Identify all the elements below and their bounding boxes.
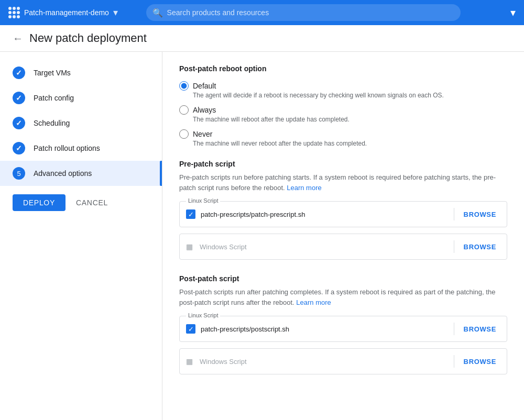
search-bar[interactable]: 🔍 Search products and resources	[146, 4, 461, 21]
sidebar-item-patch-rollout[interactable]: Patch rollout options	[0, 136, 162, 161]
post-patch-desc-text: Post-patch scripts run after patching co…	[179, 288, 495, 306]
main-layout: Target VMs Patch config Scheduling Patch…	[0, 52, 524, 420]
post-patch-windows-divider	[454, 355, 454, 368]
pre-patch-learn-more-link[interactable]: Learn more	[287, 184, 321, 192]
reboot-default-radio[interactable]	[179, 81, 189, 91]
pre-patch-linux-label: Linux Script	[186, 197, 220, 204]
deploy-button[interactable]: DEPLOY	[13, 194, 66, 211]
page-title: New patch deployment	[29, 31, 147, 45]
pre-patch-script-section: Pre-patch script Pre-patch scripts run b…	[179, 160, 507, 260]
sidebar-item-scheduling[interactable]: Scheduling	[0, 110, 162, 136]
pre-patch-title: Pre-patch script	[179, 160, 507, 168]
reboot-option-always: Always The machine will reboot after the…	[179, 105, 507, 123]
post-patch-linux-path: patch-prescripts/postscript.sh	[201, 325, 449, 333]
sidebar-item-patch-config[interactable]: Patch config	[0, 85, 162, 110]
sidebar-label-target-vms: Target VMs	[34, 69, 71, 77]
post-patch-windows-browse-button[interactable]: BROWSE	[460, 356, 500, 368]
pre-patch-linux-field: Linux Script ✓ patch-prescripts/patch-pr…	[179, 201, 507, 227]
reboot-never-label: Never	[193, 130, 212, 138]
reboot-default-label: Default	[193, 82, 216, 90]
reboot-radio-group: Default The agent will decide if a reboo…	[179, 81, 507, 147]
pre-patch-windows-divider	[454, 240, 454, 253]
app-logo[interactable]: Patch-management-demo ▾	[8, 7, 118, 18]
page-header: ← New patch deployment	[0, 25, 524, 52]
sidebar-label-patch-config: Patch config	[34, 94, 74, 102]
post-patch-linux-field: Linux Script ✓ patch-prescripts/postscri…	[179, 316, 507, 342]
reboot-always-desc: The machine will reboot after the update…	[193, 116, 507, 123]
post-patch-linux-divider	[454, 323, 454, 335]
post-patch-windows-icon: ▦	[186, 357, 194, 366]
post-patch-linux-checkbox-icon[interactable]: ✓	[186, 324, 195, 334]
pre-patch-windows-browse-button[interactable]: BROWSE	[460, 241, 500, 253]
post-patch-linux-label: Linux Script	[186, 312, 220, 318]
pre-patch-linux-path: patch-prescripts/patch-prescript.sh	[201, 211, 449, 218]
reboot-option-never: Never The machine will never reboot afte…	[179, 129, 507, 147]
sidebar-label-patch-rollout: Patch rollout options	[34, 144, 100, 152]
step-check-icon-3	[13, 117, 25, 129]
pre-patch-windows-inner: ▦ Windows Script BROWSE	[180, 234, 507, 259]
app-dropdown-icon[interactable]: ▾	[113, 7, 118, 18]
pre-patch-linux-divider	[454, 208, 454, 220]
pre-patch-windows-placeholder: Windows Script	[200, 243, 449, 251]
pre-patch-windows-icon: ▦	[186, 242, 194, 251]
search-placeholder: Search products and resources	[167, 8, 269, 17]
back-button[interactable]: ←	[13, 32, 23, 45]
post-patch-windows-placeholder: Windows Script	[200, 358, 449, 366]
sidebar-label-advanced: Advanced options	[34, 169, 92, 178]
pre-patch-windows-field: ▦ Windows Script BROWSE	[179, 234, 507, 260]
nav-dropdown-icon[interactable]: ▾	[510, 6, 516, 19]
reboot-section: Post-patch reboot option Default The age…	[179, 64, 507, 147]
reboot-default-desc: The agent will decide if a reboot is nec…	[193, 92, 507, 99]
active-indicator	[160, 161, 162, 186]
post-patch-desc: Post-patch scripts run after patching co…	[179, 287, 507, 307]
step-check-icon-4	[13, 142, 25, 154]
pre-patch-desc-text: Pre-patch scripts run before patching st…	[179, 173, 496, 192]
reboot-never-radio[interactable]	[179, 129, 189, 139]
reboot-section-title: Post-patch reboot option	[179, 64, 507, 73]
step-number-icon-5: 5	[13, 167, 25, 180]
logo-dots-icon	[8, 7, 20, 18]
app-name: Patch-management-demo	[24, 8, 109, 17]
step-check-icon-2	[13, 92, 25, 104]
post-patch-windows-field: ▦ Windows Script BROWSE	[179, 348, 507, 374]
action-buttons: DEPLOY CANCEL	[0, 186, 162, 219]
pre-patch-linux-browse-button[interactable]: BROWSE	[460, 208, 500, 220]
pre-patch-linux-checkbox-icon[interactable]: ✓	[186, 209, 195, 219]
sidebar-item-advanced[interactable]: 5 Advanced options	[0, 161, 162, 186]
post-patch-windows-inner: ▦ Windows Script BROWSE	[180, 349, 507, 374]
sidebar-item-target-vms[interactable]: Target VMs	[0, 60, 162, 85]
reboot-always-label: Always	[193, 106, 216, 114]
step-check-icon-1	[13, 67, 25, 79]
search-icon: 🔍	[152, 8, 163, 18]
post-patch-script-section: Post-patch script Post-patch scripts run…	[179, 274, 507, 374]
reboot-option-default: Default The agent will decide if a reboo…	[179, 81, 507, 99]
sidebar: Target VMs Patch config Scheduling Patch…	[0, 52, 162, 420]
post-patch-linux-browse-button[interactable]: BROWSE	[460, 323, 500, 335]
post-patch-title: Post-patch script	[179, 274, 507, 283]
top-nav: Patch-management-demo ▾ 🔍 Search product…	[0, 0, 524, 25]
reboot-never-desc: The machine will never reboot after the …	[193, 140, 507, 147]
post-patch-learn-more-link[interactable]: Learn more	[296, 299, 331, 306]
back-arrow-icon: ←	[13, 32, 23, 45]
post-patch-linux-inner: ✓ patch-prescripts/postscript.sh BROWSE	[180, 316, 507, 341]
pre-patch-linux-inner: ✓ patch-prescripts/patch-prescript.sh BR…	[180, 202, 507, 227]
pre-patch-desc: Pre-patch scripts run before patching st…	[179, 172, 507, 193]
main-content: Post-patch reboot option Default The age…	[162, 52, 524, 420]
cancel-button[interactable]: CANCEL	[70, 194, 114, 211]
reboot-always-radio[interactable]	[179, 105, 189, 115]
sidebar-label-scheduling: Scheduling	[34, 119, 70, 127]
